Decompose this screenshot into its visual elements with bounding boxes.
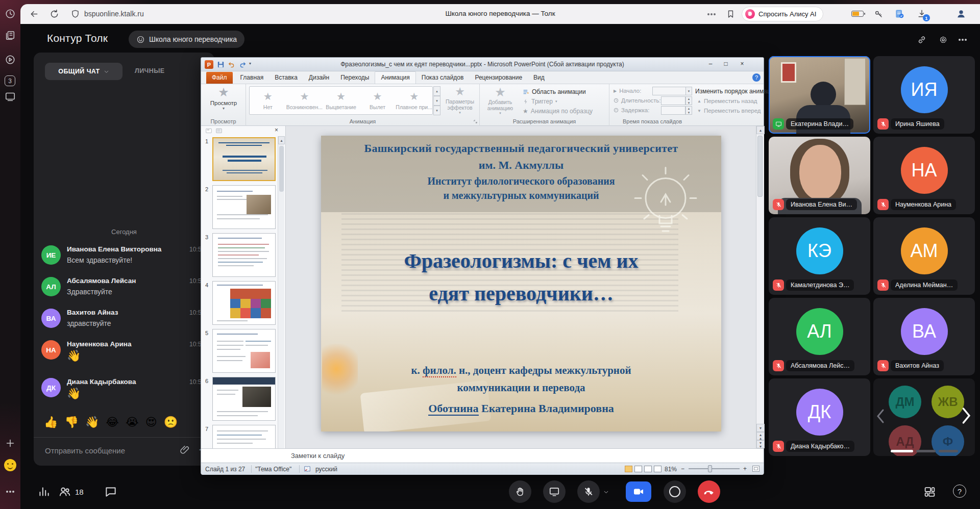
- tab-design[interactable]: Дизайн: [303, 72, 335, 84]
- raise-hand-button[interactable]: [509, 480, 531, 503]
- slide-sorter-icon[interactable]: [634, 466, 642, 472]
- participant-tile[interactable]: НА Науменкова Арина: [873, 137, 975, 214]
- participant-tile[interactable]: АЛ Абсалямова Лейс…: [769, 298, 870, 375]
- page-next-icon[interactable]: [958, 404, 973, 427]
- spellcheck-icon[interactable]: [303, 465, 311, 473]
- anim-none[interactable]: ★Нет: [250, 87, 286, 114]
- outline-tab-icon[interactable]: [215, 128, 223, 135]
- reaction-cry[interactable]: 😭: [126, 416, 139, 429]
- record-button[interactable]: [664, 480, 686, 503]
- dialog-launcher-icon[interactable]: [473, 119, 478, 124]
- previous-slide-button[interactable]: ▴▴: [756, 432, 765, 440]
- download-icon[interactable]: 1: [917, 9, 927, 19]
- tab-animations[interactable]: Анимация: [375, 71, 415, 84]
- anim-fade[interactable]: ★Выцветание: [323, 87, 359, 114]
- maximize-button[interactable]: □: [719, 60, 732, 69]
- copy-link-icon[interactable]: [917, 35, 927, 45]
- slideshow-view-icon[interactable]: [654, 466, 662, 472]
- help-button[interactable]: ?: [953, 485, 966, 498]
- participant-tile[interactable]: ВА Вахитов Айназ: [873, 298, 975, 375]
- minimize-button[interactable]: –: [704, 60, 717, 69]
- zoom-slider[interactable]: [689, 468, 740, 469]
- tab-transitions[interactable]: Переходы: [335, 72, 375, 84]
- delay-spin-arrows[interactable]: ▴▾: [685, 106, 692, 115]
- slides-tab-icon[interactable]: [205, 128, 212, 135]
- page-dot[interactable]: [916, 450, 936, 452]
- bookmark-icon[interactable]: [726, 9, 736, 19]
- battery-saver-icon[interactable]: [851, 11, 864, 17]
- attach-file-icon[interactable]: [180, 444, 190, 455]
- next-slide-button[interactable]: ▾▾: [756, 440, 765, 448]
- layout-button[interactable]: [923, 486, 936, 498]
- current-slide[interactable]: Башкирский государственный педагогически…: [321, 136, 721, 431]
- reaction-thumbs-up[interactable]: 👍: [44, 416, 58, 429]
- move-later-button[interactable]: ▼ Переместить вперед: [697, 108, 761, 114]
- history-icon[interactable]: [5, 8, 16, 19]
- add-animation-button[interactable]: ★ Добавить анимацию ▾: [481, 86, 520, 115]
- participant-tile[interactable]: КЭ Камалетдинова Э…: [769, 217, 870, 295]
- slide-thumbnail-1[interactable]: [212, 137, 276, 181]
- tab-general-chat[interactable]: ОБЩИЙ ЧАТ: [45, 63, 122, 80]
- reading-view-icon[interactable]: [644, 466, 652, 472]
- anim-appear[interactable]: ★Возникновен...: [286, 87, 323, 114]
- anim-fly-in[interactable]: ★Вылет: [359, 87, 396, 114]
- participants-button[interactable]: 18: [58, 485, 84, 498]
- tab-counter-badge[interactable]: 3: [5, 75, 15, 86]
- microphone-button[interactable]: [577, 480, 600, 503]
- slide-scrollbar[interactable]: ▴ ▾ ▴▴ ▾▾: [756, 126, 764, 448]
- screen-share-button[interactable]: [543, 480, 566, 503]
- anim-float-in[interactable]: ★Плавное при...: [396, 87, 432, 114]
- profile-icon[interactable]: [955, 8, 967, 19]
- play-sidebar-icon[interactable]: [5, 54, 16, 65]
- message-input[interactable]: Отправить сообщение: [45, 446, 125, 455]
- mood-smiley-icon[interactable]: [4, 459, 16, 471]
- duration-spin-arrows[interactable]: ▴▾: [685, 96, 692, 105]
- password-key-icon[interactable]: [874, 9, 884, 19]
- reaction-frown[interactable]: 🙁: [164, 416, 178, 429]
- animation-painter-button[interactable]: ★ Анимация по образцу: [523, 108, 593, 115]
- fit-to-window-icon[interactable]: [752, 466, 760, 472]
- tab-slideshow[interactable]: Показ слайдов: [416, 72, 470, 84]
- notes-area[interactable]: Заметки к слайду: [201, 448, 764, 463]
- zoom-out-icon[interactable]: −: [681, 465, 684, 472]
- reaction-laugh[interactable]: 😂: [106, 416, 119, 429]
- slide-thumbnail-5[interactable]: [212, 329, 276, 373]
- participant-tile-video[interactable]: Екатерина Влади…: [769, 56, 870, 134]
- normal-view-icon[interactable]: [625, 466, 632, 472]
- reaction-heart-eyes[interactable]: 😍: [145, 416, 157, 429]
- animation-gallery[interactable]: ★Нет ★Возникновен... ★Выцветание ★Вылет …: [249, 86, 433, 115]
- tab-insert[interactable]: Вставка: [269, 72, 303, 84]
- ppt-help-icon[interactable]: ?: [752, 73, 761, 82]
- page-dot[interactable]: [939, 450, 958, 452]
- overflow-participants-tile[interactable]: ДМ ЖВ АД Ф: [873, 378, 975, 456]
- stats-icon[interactable]: [37, 485, 51, 498]
- slide-thumbnail-3[interactable]: [212, 233, 276, 277]
- room-name-badge[interactable]: Школа юного переводчика: [129, 31, 244, 48]
- thumbnail-scrollbar[interactable]: ▴: [278, 136, 284, 448]
- settings-gear-icon[interactable]: [938, 35, 948, 45]
- camera-button[interactable]: [626, 481, 651, 502]
- page-previous-icon[interactable]: [874, 406, 888, 426]
- reaction-wave[interactable]: 👋: [85, 416, 99, 429]
- tab-review[interactable]: Рецензирование: [469, 72, 528, 84]
- page-dot-active[interactable]: [891, 450, 913, 452]
- tab-file[interactable]: Файл: [206, 72, 233, 84]
- toolbar-more-icon[interactable]: [710, 13, 713, 15]
- participant-tile[interactable]: ИЯ Ирина Яшиева: [873, 56, 975, 134]
- tabs-panel-icon[interactable]: [5, 30, 16, 41]
- close-button[interactable]: ×: [736, 60, 749, 69]
- tab-home[interactable]: Главная: [235, 72, 270, 84]
- reaction-thumbs-down[interactable]: 👎: [64, 416, 78, 429]
- effect-options-button[interactable]: ★ Параметры эффектов ▾: [443, 86, 477, 115]
- protect-extension-icon[interactable]: [894, 9, 904, 19]
- tab-view[interactable]: Вид: [528, 72, 550, 84]
- trigger-button[interactable]: Триггер ▾: [523, 98, 557, 105]
- scroll-down-icon[interactable]: ▾: [756, 424, 765, 432]
- participant-tile-video[interactable]: Иванова Елена Ви…: [769, 137, 870, 214]
- alisa-ai-button[interactable]: Спросить Алису AI: [742, 7, 823, 21]
- sidebar-add-icon[interactable]: [5, 438, 16, 449]
- zoom-in-icon[interactable]: +: [743, 465, 747, 472]
- end-call-button[interactable]: [698, 480, 720, 503]
- delay-spin[interactable]: [661, 106, 685, 115]
- scroll-up-icon[interactable]: ▴: [756, 126, 765, 134]
